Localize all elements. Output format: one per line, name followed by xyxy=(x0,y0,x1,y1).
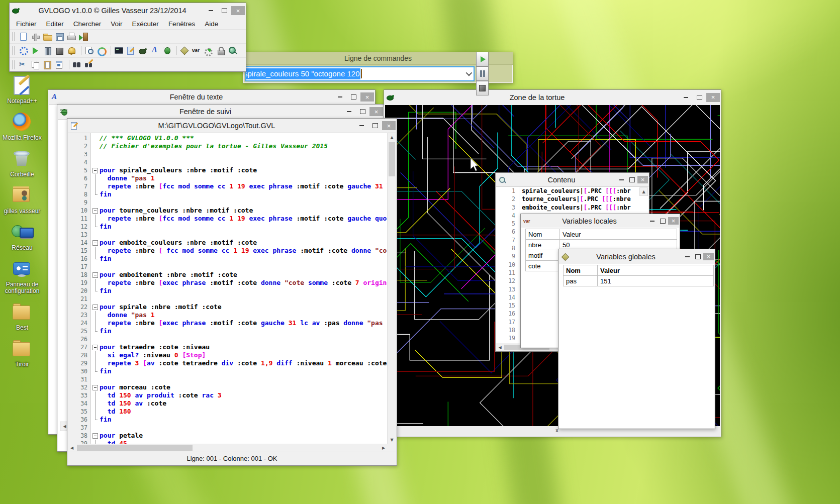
pause-button[interactable] xyxy=(476,66,489,81)
var-icon[interactable] xyxy=(192,46,203,56)
vscroll-thumb[interactable] xyxy=(389,142,395,176)
diamond-icon[interactable] xyxy=(179,46,191,56)
code-line-24[interactable]: 24 repete :nbre [exec phrase :motif :cot… xyxy=(68,319,388,327)
desktop-icon-notepad[interactable]: Notepad++ xyxy=(1,74,43,105)
maximize-button[interactable] xyxy=(368,121,382,130)
hscroll-thumb[interactable] xyxy=(77,445,193,451)
menu-item-1[interactable]: Fichier xyxy=(16,20,37,28)
code-line-31[interactable]: 31 xyxy=(68,375,388,383)
scroll-left-arrow[interactable] xyxy=(496,344,504,351)
content-window-titlebar[interactable]: Contenu xyxy=(496,173,649,186)
copy-icon[interactable] xyxy=(30,60,41,70)
minimize-button[interactable] xyxy=(616,176,627,183)
code-line-1[interactable]: 1// *** GVLOGO V1.0.0 *** xyxy=(68,134,388,142)
toolbar-grip[interactable] xyxy=(12,60,15,69)
close-button[interactable] xyxy=(231,6,245,15)
close-button[interactable] xyxy=(703,253,714,260)
editor-hscroll[interactable] xyxy=(68,444,388,452)
code-line-35[interactable]: 35 td 180 xyxy=(68,408,388,416)
desktop-icon-network[interactable]: Réseau xyxy=(1,221,43,251)
code-line-17[interactable]: 17 xyxy=(68,263,388,271)
collapse-box-icon[interactable] xyxy=(92,305,98,310)
fold-marker[interactable] xyxy=(91,432,100,440)
find-binoculars-icon[interactable] xyxy=(72,60,83,70)
collapse-box-icon[interactable] xyxy=(92,272,98,278)
minimize-button[interactable] xyxy=(682,253,693,260)
code-line-20[interactable]: 20fin xyxy=(68,287,388,295)
menu-item-3[interactable]: Chercher xyxy=(73,20,102,28)
collapse-box-icon[interactable] xyxy=(92,385,98,390)
code-line-3[interactable]: 3 xyxy=(68,150,388,158)
global-variables-titlebar[interactable]: Variables globales xyxy=(558,249,715,264)
maximize-button[interactable] xyxy=(627,176,637,183)
minimize-button[interactable] xyxy=(647,217,658,225)
code-line-33[interactable]: 33 td 150 av produit :cote rac 3 xyxy=(68,391,388,399)
close-button[interactable] xyxy=(369,107,383,116)
turtle-window-titlebar[interactable]: Zone de la tortue xyxy=(384,90,721,105)
desktop-icon-userfolder[interactable]: gilles vasseur xyxy=(1,184,43,215)
code-line-5[interactable]: 5pour spirale_couleurs :nbre :motif :cot… xyxy=(68,166,388,174)
code-line-32[interactable]: 32pour morceau :cote xyxy=(68,383,388,391)
desktop-icon-corbeille[interactable]: Corbeille xyxy=(1,148,43,178)
code-line-10[interactable]: 10pour tourne_couleurs :nbre :motif :cot… xyxy=(68,207,388,215)
code-line-8[interactable]: 8fin xyxy=(68,190,388,198)
content-row-1[interactable]: 1spirale_couleurs|[.PRC [[[:nbr xyxy=(496,187,648,195)
code-line-39[interactable]: 39 td 45 xyxy=(68,440,388,444)
combo-dropdown-button[interactable] xyxy=(463,67,473,80)
code-line-34[interactable]: 34 td 150 av :cote xyxy=(68,399,388,408)
fold-marker[interactable] xyxy=(91,239,100,247)
content-row-3[interactable]: 3emboite_couleurs|[.PRC [[[:nbr xyxy=(496,204,648,212)
maximize-button[interactable] xyxy=(218,6,231,15)
code-line-13[interactable]: 13 xyxy=(68,231,388,239)
edit-document-icon[interactable] xyxy=(126,46,137,56)
exit-icon[interactable] xyxy=(78,32,89,42)
maximize-button[interactable] xyxy=(693,93,706,102)
fold-marker[interactable] xyxy=(91,303,100,311)
new-document-icon[interactable] xyxy=(18,32,29,42)
trace-window-titlebar[interactable]: Fenêtre de suivi xyxy=(57,105,384,119)
code-line-11[interactable]: 11 repete :nbre [fcc mod somme cc 1 19 e… xyxy=(68,215,388,223)
collapse-box-icon[interactable] xyxy=(92,240,98,246)
close-button[interactable] xyxy=(637,176,648,183)
scroll-right-arrow[interactable] xyxy=(380,444,388,452)
text-window-titlebar[interactable]: Fenêtre du texte xyxy=(48,90,375,104)
stop-button[interactable] xyxy=(476,81,489,95)
minimize-button[interactable] xyxy=(342,107,356,116)
stop-icon[interactable] xyxy=(54,46,65,56)
menu-item-2[interactable]: Editer xyxy=(46,20,64,28)
menu-item-5[interactable]: Exécuter xyxy=(132,20,159,28)
code-lines[interactable]: 1// *** GVLOGO V1.0.0 ***2// Fichier d'e… xyxy=(68,133,388,444)
maximize-button[interactable] xyxy=(347,92,360,102)
code-line-18[interactable]: 18pour emboitement :nbre :motif :cote xyxy=(68,271,388,279)
local-variables-titlebar[interactable]: Variables locales xyxy=(521,214,680,228)
code-line-26[interactable]: 26 xyxy=(68,335,388,343)
desktop-icon-panneau[interactable]: Panneau de configuration xyxy=(1,258,43,294)
collapse-box-icon[interactable] xyxy=(92,345,98,350)
lock-icon[interactable] xyxy=(216,46,227,56)
alarm-bell-icon[interactable] xyxy=(66,46,77,56)
paste-special-icon[interactable] xyxy=(54,60,65,70)
close-button[interactable] xyxy=(668,217,679,225)
code-editor[interactable]: 1// *** GVLOGO V1.0.0 ***2// Fichier d'e… xyxy=(68,133,396,444)
maximize-button[interactable] xyxy=(658,217,668,225)
fold-marker[interactable] xyxy=(91,383,100,391)
paste-icon[interactable] xyxy=(42,60,53,70)
settings-gear-icon[interactable] xyxy=(18,46,29,56)
search-globe-icon[interactable] xyxy=(228,46,239,56)
toolbar-grip[interactable] xyxy=(12,32,15,41)
fold-marker[interactable] xyxy=(91,207,100,215)
code-line-12[interactable]: 12fin xyxy=(68,223,388,231)
code-line-16[interactable]: 16fin xyxy=(68,255,388,263)
close-button[interactable] xyxy=(382,121,396,130)
desktop-icon-folder-tiroir[interactable]: Tiroir xyxy=(1,338,43,368)
code-line-7[interactable]: 7 repete :nbre [fcc mod somme cc 1 19 ex… xyxy=(68,182,388,190)
code-line-27[interactable]: 27pour tetraedre :cote :niveau xyxy=(68,343,388,351)
code-line-30[interactable]: 30fin xyxy=(68,367,388,375)
search-document-icon[interactable] xyxy=(84,46,95,56)
minimize-button[interactable] xyxy=(204,6,218,15)
code-line-25[interactable]: 25fin xyxy=(68,327,388,335)
fold-marker[interactable] xyxy=(91,166,100,174)
open-icon[interactable] xyxy=(42,32,53,42)
main-window-titlebar[interactable]: GVLOGO v1.0.0 © Gilles Vasseur 23/12/201… xyxy=(10,3,246,18)
collapse-box-icon[interactable] xyxy=(92,208,98,214)
